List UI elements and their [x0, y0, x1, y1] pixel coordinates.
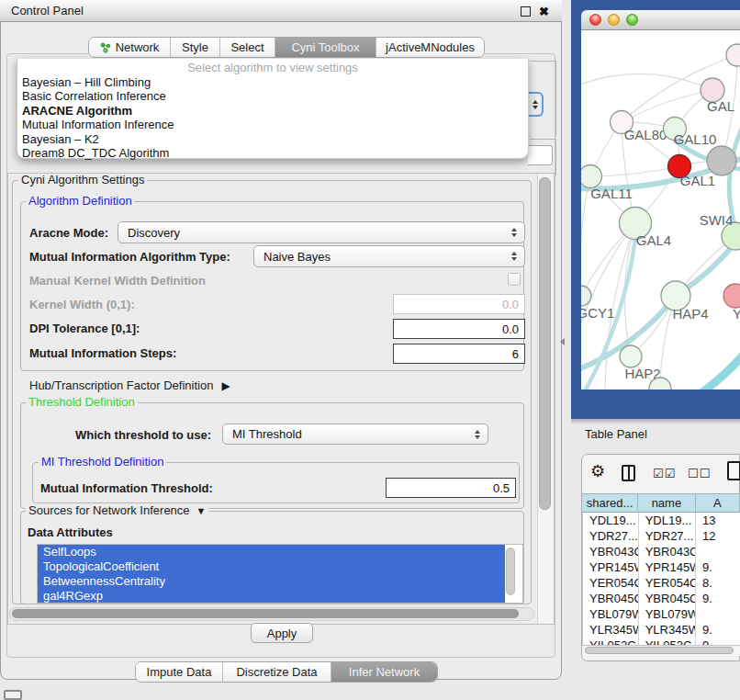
network-node-gal11[interactable]	[581, 165, 602, 188]
table-row[interactable]: YBR045CYBR045C9.	[583, 591, 740, 606]
corner-widget-partial[interactable]	[4, 690, 22, 700]
table-cell: YBL079W	[583, 606, 639, 622]
table-cell: 12	[696, 528, 740, 544]
expand-right-icon: ▶	[221, 379, 230, 392]
table-cell: YDL19...	[583, 513, 639, 528]
network-edge[interactable]	[590, 166, 679, 176]
mi-steps-value: 6	[512, 347, 519, 361]
dropdown-item-basic-correlation[interactable]: Basic Correlation Inference	[17, 89, 528, 103]
zoom-window-icon[interactable]	[626, 14, 638, 26]
table-row[interactable]: YER054CYER054C8.	[583, 575, 740, 591]
algorithm-selector-combo-fragment[interactable]	[528, 92, 544, 117]
control-panel-title: Control Panel	[11, 4, 84, 17]
table-cell: 9.	[696, 591, 740, 606]
attribute-item-topologicalcoefficient[interactable]: TopologicalCoefficient	[38, 559, 505, 574]
mi-threshold-field[interactable]: 0.5	[386, 478, 516, 498]
tab-select[interactable]: Select	[219, 38, 275, 57]
mi-threshold-value: 0.5	[493, 481, 510, 495]
table-row[interactable]: YIL052CYIL052C9	[583, 638, 740, 645]
network-node-node-a[interactable]	[726, 44, 740, 66]
manual-kernel-checkbox[interactable]	[508, 273, 521, 286]
dropdown-item-mutual-information[interactable]: Mutual Information Inference	[17, 118, 528, 131]
table-row[interactable]: YLR345WYLR345W9.	[583, 622, 740, 638]
tab-impute-data[interactable]: Impute Data	[136, 662, 222, 682]
network-node-node-y[interactable]	[723, 284, 740, 308]
node-label-gal4: GAL4	[636, 232, 671, 248]
network-window-titlebar[interactable]	[581, 10, 740, 30]
dropdown-item-bayesian-hill-climbing[interactable]: Bayesian – Hill Climbing	[17, 75, 528, 89]
tab-discretize-data[interactable]: Discretize Data	[222, 662, 331, 682]
network-node-hap2[interactable]	[620, 345, 642, 367]
node-label-hap4: HAP4	[672, 306, 708, 322]
attribute-item-selfloops[interactable]: SelfLoops	[38, 545, 505, 559]
attributes-list-scrollbar[interactable]	[506, 548, 515, 595]
settings-vscrollbar-thumb[interactable]	[539, 177, 551, 510]
attribute-item-gal4rgexp[interactable]: gal4RGexp	[38, 589, 505, 603]
table-hscrollbar-thumb[interactable]	[585, 647, 734, 654]
table-cell	[696, 544, 740, 559]
hub-definition-label: Hub/Transcription Factor Definition	[29, 378, 213, 392]
export-table-icon[interactable]	[727, 461, 740, 480]
table-row[interactable]: YBR043CYBR043C	[583, 544, 740, 559]
dropdown-item-bayesian-k2[interactable]: Bayesian – K2	[17, 132, 528, 146]
control-panel-titlebar[interactable]: Control Panel ✖	[0, 0, 562, 22]
network-node-gcy1[interactable]	[581, 286, 591, 306]
dropdown-item-aracne[interactable]: ARACNE Algorithm	[17, 104, 528, 118]
kernel-width-field[interactable]: 0.0	[393, 294, 525, 314]
table-cell: YLR345W	[639, 622, 696, 638]
dropdown-item-dream8[interactable]: Dream8 DC_TDC Algorithm	[17, 146, 528, 160]
network-edge[interactable]	[581, 73, 712, 90]
tab-cyni-toolbox[interactable]: Cyni Toolbox	[275, 38, 376, 57]
aracne-mode-combo[interactable]: Discovery	[118, 221, 525, 243]
hub-definition-toggle[interactable]: Hub/Transcription Factor Definition ▶	[29, 378, 230, 392]
table-cell: YPR145W	[639, 559, 696, 575]
close-window-icon[interactable]	[589, 14, 601, 26]
table-row[interactable]: YBL079WYBL079W	[583, 606, 740, 622]
network-canvas[interactable]: GALGAL80GAL10GAL1GAL11GAL4SWI4GCY1HAP4YH…	[581, 30, 740, 390]
table-cell: 8.	[696, 575, 740, 591]
network-edge[interactable]	[622, 90, 712, 122]
table-cell: YER054C	[639, 575, 696, 591]
threshold-definition-title: Threshold Definition	[26, 396, 138, 409]
gear-icon[interactable]: ⚙	[590, 463, 605, 480]
mi-algorithm-type-combo[interactable]: Naive Bayes	[253, 245, 525, 267]
dpi-tolerance-field[interactable]: 0.0	[393, 319, 525, 339]
table-cell: 9.	[696, 559, 740, 575]
table-cell: YLR345W	[583, 622, 639, 638]
which-threshold-combo[interactable]: MI Threshold	[222, 423, 488, 445]
minimize-window-icon[interactable]	[608, 14, 620, 26]
tab-jactivemnodules[interactable]: jActiveMNodules	[376, 38, 484, 57]
columns-icon[interactable]	[622, 465, 635, 481]
panel-splitter-handle[interactable]	[560, 338, 565, 345]
tab-style[interactable]: Style	[170, 38, 219, 57]
network-edge[interactable]	[665, 354, 740, 390]
table-cell: YBR045C	[639, 591, 696, 606]
hidden-groupbox-border	[530, 61, 556, 62]
table-cell: YBL079W	[639, 606, 696, 622]
deselect-all-checkboxes-icon[interactable]: ☐☐	[688, 467, 711, 480]
hidden-groupbox-border	[530, 139, 556, 140]
tab-infer-network[interactable]: Infer Network	[331, 662, 437, 682]
column-header-partial[interactable]: A	[696, 493, 740, 513]
tab-network[interactable]: Network	[89, 38, 170, 57]
table-row[interactable]: YDR27...YDR27...12	[583, 528, 740, 544]
node-label-gal1: GAL1	[680, 173, 715, 188]
mi-steps-field[interactable]: 6	[393, 344, 525, 364]
sources-toggle[interactable]: Sources for Network Inference ▼	[26, 504, 208, 517]
table-header: shared... name A	[582, 493, 740, 513]
apply-button[interactable]: Apply	[251, 623, 313, 643]
float-window-icon[interactable]	[521, 6, 531, 17]
close-icon[interactable]: ✖	[539, 6, 549, 17]
tab-label: Discretize Data	[236, 665, 317, 679]
column-header-shared[interactable]: shared...	[582, 493, 638, 513]
table-row[interactable]: YPR145WYPR145W9.	[583, 559, 740, 575]
network-tab-icon	[100, 42, 111, 53]
table-row[interactable]: YDL19...YDL19...13	[583, 513, 740, 528]
select-all-checkboxes-icon[interactable]: ☑☑	[653, 467, 676, 480]
network-edge[interactable]	[581, 176, 590, 296]
network-node-node-gray[interactable]	[707, 146, 736, 175]
column-header-name[interactable]: name	[638, 493, 696, 513]
settings-hscrollbar-thumb[interactable]	[12, 609, 519, 618]
attribute-item-betweennesscentrality[interactable]: BetweennessCentrality	[38, 574, 505, 589]
sources-title: Sources for Network Inference	[28, 504, 190, 517]
